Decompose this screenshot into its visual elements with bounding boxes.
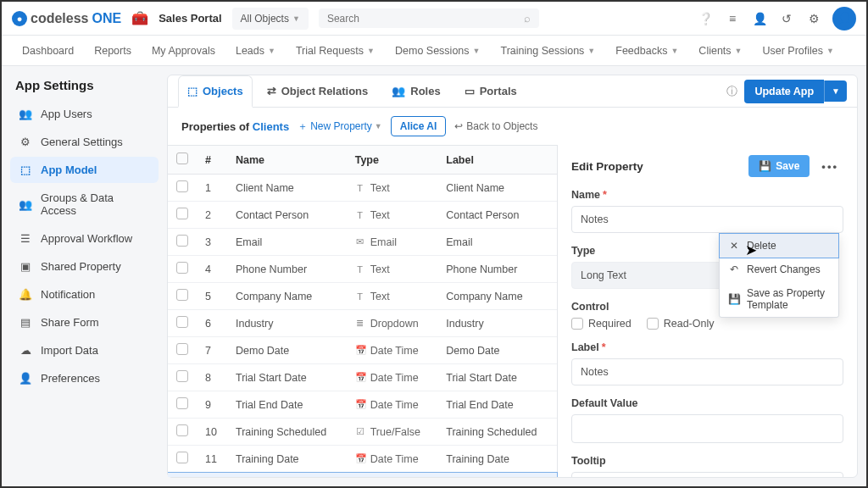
- cube-icon: ⬚: [187, 85, 198, 97]
- tooltip-input[interactable]: [571, 472, 843, 477]
- row-checkbox[interactable]: [176, 397, 188, 409]
- nav-my-approvals[interactable]: My Approvals: [152, 45, 215, 57]
- info-icon[interactable]: ⓘ: [726, 84, 737, 99]
- table-row[interactable]: 5Company NameTTextCompany Name: [168, 283, 557, 310]
- global-search[interactable]: ⌕: [319, 8, 539, 28]
- sidebar-item-notification[interactable]: 🔔Notification: [10, 281, 159, 308]
- save-button[interactable]: 💾Save: [748, 155, 810, 177]
- row-checkbox[interactable]: [176, 370, 188, 382]
- workflow-icon: ☰: [19, 232, 32, 245]
- user-add-icon[interactable]: 👤: [751, 12, 768, 25]
- menu-save-as-template[interactable]: 💾Save as Property Template: [720, 281, 838, 317]
- nav-reports[interactable]: Reports: [94, 45, 131, 57]
- default-value-input[interactable]: [571, 414, 843, 443]
- row-label: Trial End Date: [437, 391, 557, 419]
- sidebar-item-general-settings[interactable]: ⚙General Settings: [10, 129, 159, 155]
- panel-title: Edit Property: [571, 160, 643, 173]
- tab-objects[interactable]: ⬚Objects: [178, 75, 253, 108]
- nav-user-profiles[interactable]: User Profiles▼: [763, 45, 834, 57]
- table-row[interactable]: 3Email✉EmailEmail: [168, 229, 557, 256]
- sidebar-item-app-users[interactable]: 👥App Users: [10, 101, 159, 127]
- required-checkbox[interactable]: Required: [571, 318, 632, 330]
- stack-icon[interactable]: ≡: [724, 12, 741, 25]
- sidebar-item-approval-workflow[interactable]: ☰Approval Workflow: [10, 225, 159, 252]
- table-row[interactable]: 8Trial Start Date📅Date TimeTrial Start D…: [168, 364, 557, 391]
- user-avatar[interactable]: 👤: [832, 7, 856, 30]
- back-to-objects[interactable]: ↩Back to Objects: [454, 120, 537, 132]
- props-object-link[interactable]: Clients: [253, 120, 289, 133]
- row-num: 4: [197, 256, 227, 283]
- sidebar-item-groups-data-access[interactable]: 👥Groups & Data Access: [10, 185, 159, 224]
- row-checkbox[interactable]: [176, 343, 188, 355]
- more-actions-button[interactable]: •••: [816, 157, 843, 176]
- table-row[interactable]: 7Demo Date📅Date TimeDemo Date: [168, 337, 557, 364]
- table-row[interactable]: 12Notes≡Long TextNotes: [168, 473, 557, 478]
- help-icon[interactable]: ❔: [697, 12, 714, 25]
- plus-icon: ＋: [298, 119, 308, 134]
- history-icon[interactable]: ↺: [778, 12, 795, 25]
- name-input[interactable]: [571, 206, 843, 233]
- row-type: TText: [347, 175, 438, 202]
- readonly-checkbox[interactable]: Read-Only: [647, 318, 715, 330]
- row-checkbox[interactable]: [176, 235, 188, 247]
- menu-revert-changes[interactable]: ↶Revert Changes: [720, 258, 838, 281]
- update-app-button[interactable]: Update App ▼: [744, 80, 847, 103]
- nav-feedbacks[interactable]: Feedbacks▼: [615, 45, 678, 57]
- portal-name[interactable]: Sales Portal: [159, 12, 221, 25]
- col-type[interactable]: Type: [347, 146, 438, 175]
- nav-training-sessions[interactable]: Training Sessions▼: [500, 45, 595, 57]
- table-row[interactable]: 2Contact PersonTTextContact Person: [168, 202, 557, 229]
- settings-icon[interactable]: ⚙: [805, 12, 822, 25]
- alice-ai-button[interactable]: Alice AI: [391, 116, 447, 136]
- settings-sidebar: App Settings 👥App Users ⚙General Setting…: [2, 66, 167, 486]
- sidebar-item-share-form[interactable]: ▤Share Form: [10, 309, 159, 336]
- sidebar-item-shared-property[interactable]: ▣Shared Property: [10, 253, 159, 280]
- nav-clients[interactable]: Clients▼: [698, 45, 742, 57]
- nav-trial-requests[interactable]: Trial Requests▼: [296, 45, 375, 57]
- row-checkbox[interactable]: [176, 316, 188, 328]
- sidebar-title: App Settings: [10, 78, 159, 101]
- sidebar-item-import-data[interactable]: ☁Import Data: [10, 337, 159, 363]
- table-row[interactable]: 10Training Scheduled☑True/FalseTraining …: [168, 419, 557, 446]
- new-property-button[interactable]: ＋New Property▼: [298, 119, 382, 134]
- sidebar-item-app-model[interactable]: ⬚App Model: [10, 157, 159, 183]
- tab-object-relations[interactable]: ⇄Object Relations: [258, 75, 378, 107]
- row-checkbox[interactable]: [176, 262, 188, 274]
- type-icon: 📅: [355, 345, 365, 356]
- table-row[interactable]: 9Trial End Date📅Date TimeTrial End Date: [168, 391, 557, 419]
- object-selector[interactable]: All Objects ▼: [232, 8, 309, 30]
- undo-icon: ↶: [728, 263, 740, 275]
- row-label: Client Name: [437, 175, 557, 202]
- row-num: 5: [197, 283, 227, 310]
- row-label: Notes: [437, 473, 557, 478]
- row-checkbox[interactable]: [176, 424, 188, 436]
- nav-leads[interactable]: Leads▼: [236, 45, 275, 57]
- col-name[interactable]: Name: [227, 146, 347, 175]
- content-area: ⬚Objects ⇄Object Relations 👥Roles ▭Porta…: [167, 75, 858, 478]
- nav-demo-sessions[interactable]: Demo Sessions▼: [395, 45, 480, 57]
- tab-portals[interactable]: ▭Portals: [455, 75, 526, 107]
- row-checkbox[interactable]: [176, 452, 188, 463]
- row-checkbox[interactable]: [176, 180, 188, 192]
- search-input[interactable]: [327, 13, 524, 25]
- table-row[interactable]: 4Phone NumberTTextPhone Number: [168, 256, 557, 283]
- type-icon: 📅: [355, 453, 365, 464]
- table-row[interactable]: 11Training Date📅Date TimeTraining Date: [168, 446, 557, 473]
- col-label[interactable]: Label: [437, 146, 557, 175]
- row-name: Client Name: [227, 175, 347, 202]
- tab-roles[interactable]: 👥Roles: [382, 75, 449, 107]
- menu-delete[interactable]: ✕Delete: [720, 234, 838, 258]
- brand-logo[interactable]: ● codelessONE: [12, 11, 121, 26]
- col-num[interactable]: #: [197, 146, 227, 175]
- update-app-dropdown[interactable]: ▼: [824, 80, 847, 102]
- sidebar-item-preferences[interactable]: 👤Preferences: [10, 365, 159, 391]
- row-checkbox[interactable]: [176, 289, 188, 301]
- table-row[interactable]: 1Client NameTTextClient Name: [168, 175, 557, 202]
- save-template-icon: 💾: [728, 293, 740, 305]
- type-icon: 📅: [355, 399, 365, 410]
- table-row[interactable]: 6Industry≣DropdownIndustry: [168, 310, 557, 337]
- row-checkbox[interactable]: [176, 208, 188, 219]
- nav-dashboard[interactable]: Dashboard: [22, 45, 74, 57]
- select-all-checkbox[interactable]: [176, 152, 188, 164]
- label-input[interactable]: [571, 358, 843, 385]
